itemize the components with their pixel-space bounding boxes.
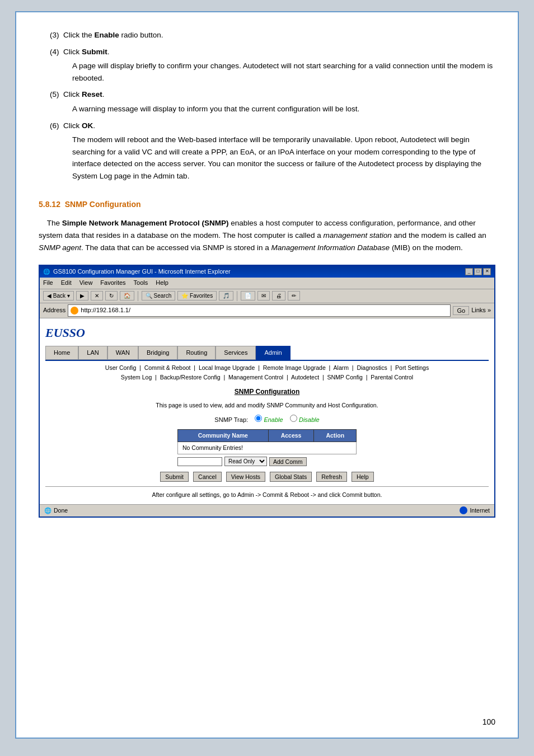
eusso-page: EUSSO Home LAN WAN Bridging Routing Serv… xyxy=(40,318,494,504)
col-access: Access xyxy=(268,430,314,442)
links-label: Links » xyxy=(471,306,491,316)
step-5-description: A warning message will display to inform… xyxy=(72,103,495,115)
section-body: The Simple Network Management Protocol (… xyxy=(39,217,495,255)
mib-term: Management Information Database xyxy=(271,243,390,252)
step-list: (3) Click the Enable radio button. (4) C… xyxy=(50,29,495,182)
step-3-number: (3) Click the Enable radio button. xyxy=(50,31,163,39)
step-3-bold: Enable xyxy=(95,31,119,39)
browser-titlebar: 🌐 GS8100 Configuration Manager GUI - Mic… xyxy=(40,266,494,278)
menu-edit[interactable]: Edit xyxy=(61,278,72,288)
page-container: (3) Click the Enable radio button. (4) C… xyxy=(15,11,519,739)
address-value: http://192.168.1.1/ xyxy=(81,306,130,316)
snmp-config-title: SNMP Configuration xyxy=(45,387,489,397)
go-button[interactable]: Go xyxy=(453,306,469,315)
add-comm-button[interactable]: Add Comm xyxy=(269,457,307,466)
section-title: SNMP Configuration xyxy=(65,200,141,209)
browser-toolbar: ◀ Back ▾ ▶ ✕ ↻ 🏠 🔍 Search ⭐ Favorites 🎵 … xyxy=(40,289,494,303)
address-icon xyxy=(71,307,78,314)
cancel-button[interactable]: Cancel xyxy=(193,472,222,482)
menu-help[interactable]: Help xyxy=(156,278,168,288)
tab-bridging[interactable]: Bridging xyxy=(138,346,177,360)
step-5-number: (5) Click Reset. xyxy=(50,90,105,98)
snmp-trap-disable-text: Disable xyxy=(299,416,320,423)
section-heading: 5.8.12 SNMP Configuration xyxy=(39,198,495,210)
refresh-toolbar-button[interactable]: ↻ xyxy=(105,291,118,300)
action-buttons: Submit Cancel View Hosts Global Stats Re… xyxy=(45,472,489,482)
help-button[interactable]: Help xyxy=(352,472,374,482)
tab-admin[interactable]: Admin xyxy=(256,346,290,360)
back-button[interactable]: ◀ Back ▾ xyxy=(43,291,74,300)
admin-submenu: User Config | Commit & Reboot | Local Im… xyxy=(45,363,489,382)
submit-button[interactable]: Submit xyxy=(160,472,189,482)
done-icon: 🌐 xyxy=(44,506,51,515)
window-controls[interactable]: _ □ ✕ xyxy=(465,268,491,275)
browser-addressbar: Address http://192.168.1.1/ Go Links » xyxy=(40,303,494,318)
address-box[interactable]: http://192.168.1.1/ xyxy=(68,304,451,317)
toolbar-separator-1 xyxy=(138,291,138,301)
tab-home[interactable]: Home xyxy=(45,346,78,360)
section-number: 5.8.12 xyxy=(39,200,65,209)
minimize-button[interactable]: _ xyxy=(465,268,473,275)
snmp-agent-term: SNMP agent xyxy=(39,243,81,252)
status-zone: Internet xyxy=(460,506,490,515)
snmp-trap-disable-label[interactable]: Disable xyxy=(290,416,320,423)
stop-button[interactable]: ✕ xyxy=(91,291,103,300)
status-done: 🌐 Done xyxy=(44,506,68,515)
refresh-button[interactable]: Refresh xyxy=(316,472,347,482)
step-6-description: The modem will reboot and the Web-based … xyxy=(72,134,495,182)
menu-tools[interactable]: Tools xyxy=(134,278,148,288)
maximize-button[interactable]: □ xyxy=(474,268,482,275)
status-done-text: Done xyxy=(54,506,68,515)
mail-toolbar-button[interactable]: ✉ xyxy=(257,291,270,300)
history-toolbar-button[interactable]: 📄 xyxy=(241,291,255,300)
snmp-desc: This page is used to view, add and modif… xyxy=(45,401,489,410)
snmp-trap-enable-radio[interactable] xyxy=(255,415,262,422)
access-select[interactable]: Read Only Read Write xyxy=(224,457,267,466)
snmp-trap-label: SNMP Trap: xyxy=(214,416,248,423)
after-configure: After configure all settings, go to Admi… xyxy=(45,486,489,500)
no-entries-cell: No Community Entries! xyxy=(178,442,357,454)
step-3: (3) Click the Enable radio button. xyxy=(50,29,495,41)
menu-view[interactable]: View xyxy=(79,278,93,288)
status-zone-text: Internet xyxy=(470,506,490,515)
search-toolbar-button[interactable]: 🔍 Search xyxy=(142,291,175,300)
home-toolbar-button[interactable]: 🏠 xyxy=(120,291,134,300)
address-label: Address xyxy=(43,306,65,316)
browser-menubar: File Edit View Favorites Tools Help xyxy=(40,278,494,289)
tab-services[interactable]: Services xyxy=(216,346,256,360)
nav-tabs: Home LAN WAN Bridging Routing Services A… xyxy=(45,346,489,361)
snmp-add-row: Read Only Read Write Add Comm xyxy=(177,457,357,466)
snmp-trap-enable-label[interactable]: Enable xyxy=(255,416,284,423)
view-hosts-button[interactable]: View Hosts xyxy=(226,472,265,482)
menu-file[interactable]: File xyxy=(43,278,53,288)
browser-window: 🌐 GS8100 Configuration Manager GUI - Mic… xyxy=(39,265,495,518)
mgmt-station-term: management station xyxy=(324,231,392,240)
close-button[interactable]: ✕ xyxy=(483,268,491,275)
menu-favorites[interactable]: Favorites xyxy=(100,278,125,288)
print-toolbar-button[interactable]: 🖨 xyxy=(272,291,285,300)
step-5: (5) Click Reset. A warning message will … xyxy=(50,88,495,115)
step-4-bold: Submit xyxy=(82,48,107,56)
browser-title-text: 🌐 GS8100 Configuration Manager GUI - Mic… xyxy=(43,267,231,277)
internet-icon xyxy=(460,506,467,514)
no-entries-row: No Community Entries! xyxy=(178,442,357,454)
col-action: Action xyxy=(314,430,357,442)
tab-routing[interactable]: Routing xyxy=(177,346,216,360)
step-4-description: A page will display briefly to confirm y… xyxy=(72,60,495,84)
page-number: 100 xyxy=(483,717,495,726)
browser-title-label: GS8100 Configuration Manager GUI - Micro… xyxy=(53,267,231,277)
favorites-toolbar-button[interactable]: ⭐ Favorites xyxy=(177,291,217,300)
browser-icon: 🌐 xyxy=(43,267,50,276)
eusso-logo: EUSSO xyxy=(45,323,489,342)
tab-lan[interactable]: LAN xyxy=(78,346,107,360)
global-stats-button[interactable]: Global Stats xyxy=(270,472,312,482)
forward-button[interactable]: ▶ xyxy=(76,291,88,300)
community-name-input[interactable] xyxy=(177,457,222,466)
edit-toolbar-button[interactable]: ✏ xyxy=(288,291,300,300)
snmp-trap-row: SNMP Trap: Enable Disable xyxy=(45,415,489,425)
browser-statusbar: 🌐 Done Internet xyxy=(40,504,494,516)
snmp-trap-enable-text: Enable xyxy=(264,416,283,423)
tab-wan[interactable]: WAN xyxy=(107,346,138,360)
media-toolbar-button[interactable]: 🎵 xyxy=(219,291,233,300)
snmp-trap-disable-radio[interactable] xyxy=(290,415,297,422)
